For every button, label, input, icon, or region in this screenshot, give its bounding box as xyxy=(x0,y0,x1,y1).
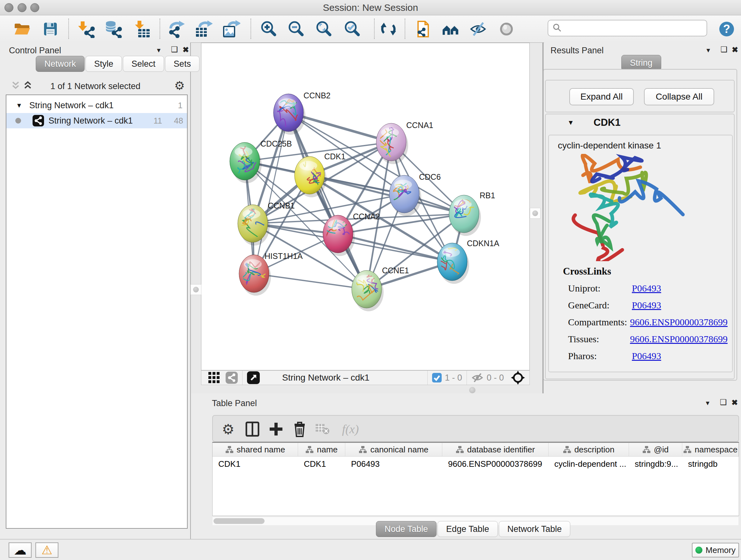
grid-view-icon[interactable] xyxy=(208,372,220,383)
column-header-canonical-name[interactable]: canonical name xyxy=(345,443,442,456)
column-header-shared-name[interactable]: shared name xyxy=(212,443,298,456)
scrollbar-thumb[interactable] xyxy=(213,518,265,524)
tab-sets[interactable]: Sets xyxy=(165,56,199,72)
show-columns-icon[interactable] xyxy=(243,420,262,439)
table-cell[interactable]: CDK1 xyxy=(298,459,345,469)
zoom-out-icon[interactable] xyxy=(286,20,305,38)
share-document-icon[interactable] xyxy=(413,20,432,38)
export-table-icon[interactable] xyxy=(194,20,213,38)
table-cell[interactable]: P06493 xyxy=(345,459,442,469)
column-header-description[interactable]: description xyxy=(549,443,629,456)
tab-network[interactable]: Network xyxy=(36,56,84,72)
maximize-panel-icon[interactable]: ❑ xyxy=(171,45,178,54)
network-node-CCNB2[interactable]: CCNB2 xyxy=(273,91,331,135)
zoom-selected-icon[interactable] xyxy=(343,20,361,38)
network-collection-row[interactable]: ▼ String Network – cdk1 1 xyxy=(6,98,187,113)
network-edge-CCNB2-CCNE1[interactable] xyxy=(288,113,367,289)
table-settings-gear-icon[interactable]: ⚙ xyxy=(219,420,238,439)
network-node-CDK1[interactable]: CDK1 xyxy=(294,152,346,197)
expand-all-button[interactable]: Expand All xyxy=(569,88,634,105)
fit-selected-crosshair-icon[interactable] xyxy=(511,371,525,385)
column-header-name[interactable]: name xyxy=(298,443,345,456)
table-cell[interactable]: cyclin-dependent ... xyxy=(549,459,629,469)
tab-string[interactable]: String xyxy=(621,55,661,71)
column-header-namespace[interactable]: namespace xyxy=(682,443,739,456)
network-node-RB1[interactable]: RB1 xyxy=(449,191,495,236)
maximize-panel-icon[interactable]: ❑ xyxy=(720,397,727,407)
cloud-status-button[interactable]: ☁ xyxy=(9,543,31,558)
tab-network-table[interactable]: Network Table xyxy=(499,521,570,537)
crosslink-link[interactable]: 9606.ENSP00000378699 xyxy=(630,334,728,345)
save-session-icon[interactable] xyxy=(41,20,60,38)
hidden-eye-icon[interactable] xyxy=(471,373,483,383)
network-node-CCNB1[interactable]: CCNB1 xyxy=(230,201,295,246)
section-expander-icon[interactable]: ▼ xyxy=(567,119,574,126)
collapse-all-button[interactable]: Collapse All xyxy=(644,88,714,105)
hide-eye-icon[interactable] xyxy=(469,20,487,38)
network-canvas[interactable]: CCNB2CCNA1CDC25BCDK1CDC6RB1CCNB1CCNA2CDK… xyxy=(201,43,530,370)
tab-select[interactable]: Select xyxy=(123,56,164,72)
search-input[interactable] xyxy=(562,23,706,34)
table-cell[interactable]: CDK1 xyxy=(212,459,298,469)
network-row-selected[interactable]: String Network – cdk1 11 48 xyxy=(6,113,187,128)
column-header--id[interactable]: @id xyxy=(629,443,682,456)
add-column-icon[interactable] xyxy=(266,420,286,439)
maximize-panel-icon[interactable]: ❑ xyxy=(721,45,728,54)
network-node-CDC25B[interactable]: CDC25B xyxy=(230,139,292,183)
import-table-from-file-icon[interactable] xyxy=(133,20,152,38)
network-node-CCNE1[interactable]: CCNE1 xyxy=(352,266,409,311)
tab-node-table[interactable]: Node Table xyxy=(376,521,436,537)
network-type-icon xyxy=(32,115,44,126)
import-network-from-file-icon[interactable] xyxy=(77,20,96,38)
tab-style[interactable]: Style xyxy=(85,56,122,72)
selected-checkbox-icon[interactable] xyxy=(432,373,442,382)
network-node-HIST1H1A[interactable]: HIST1H1A xyxy=(238,252,303,296)
close-panel-icon[interactable]: ✖ xyxy=(183,45,189,55)
crosslink-link[interactable]: P06493 xyxy=(632,300,661,311)
crosslink-link[interactable]: P06493 xyxy=(632,351,661,361)
float-panel-icon[interactable]: ▼ xyxy=(704,398,711,408)
crosslink-link[interactable]: P06493 xyxy=(632,283,661,294)
minimize-window-button[interactable] xyxy=(17,3,26,12)
horizontal-splitter-handle[interactable] xyxy=(469,387,475,393)
close-window-button[interactable] xyxy=(4,3,13,12)
export-network-icon[interactable] xyxy=(166,20,185,38)
help-icon[interactable]: ? xyxy=(718,20,736,38)
expand-collapse-bar: Expand All Collapse All xyxy=(545,80,735,112)
warning-icon: ⚠ xyxy=(42,544,52,557)
tab-edge-table[interactable]: Edge Table xyxy=(437,521,498,537)
close-panel-icon[interactable]: ✖ xyxy=(731,398,738,408)
zoom-in-icon[interactable] xyxy=(259,20,278,38)
open-session-icon[interactable] xyxy=(13,20,31,38)
left-splitter-handle[interactable] xyxy=(191,284,201,295)
delete-column-trash-icon[interactable] xyxy=(290,420,309,439)
network-view-toolbar: String Network – cdk1 1 - 0 0 - 0 xyxy=(201,370,530,385)
table-row[interactable]: CDK1CDK1P064939606.ENSP00000378699cyclin… xyxy=(212,456,739,471)
zoom-fit-icon[interactable] xyxy=(314,20,333,38)
home-icon[interactable] xyxy=(442,20,460,38)
float-panel-icon[interactable]: ▼ xyxy=(156,46,162,55)
import-network-from-database-icon[interactable] xyxy=(104,20,123,38)
table-cell[interactable]: stringdb:9... xyxy=(629,459,682,469)
refresh-layout-icon[interactable] xyxy=(379,20,398,38)
eye-icon[interactable] xyxy=(497,20,516,38)
network-share-view-icon[interactable] xyxy=(226,372,238,384)
table-cell[interactable]: stringdb xyxy=(682,459,739,469)
network-options-gear-icon[interactable]: ⚙ xyxy=(174,79,185,92)
network-edge-CCNB2-HIST1H1A[interactable] xyxy=(254,113,288,273)
memory-button[interactable]: Memory xyxy=(692,543,739,557)
warnings-button[interactable]: ⚠ xyxy=(36,543,58,558)
zoom-window-button[interactable] xyxy=(30,3,39,12)
right-splitter-handle[interactable] xyxy=(530,208,541,219)
close-panel-icon[interactable]: ✖ xyxy=(732,45,738,55)
network-node-CCNA1[interactable]: CCNA1 xyxy=(376,121,433,164)
float-panel-icon[interactable]: ▼ xyxy=(705,46,711,55)
crosslink-link[interactable]: 9606.ENSP00000378699 xyxy=(630,317,728,327)
control-panel: Control Panel ▼ ❑ ✖ NetworkStyleSelectSe… xyxy=(0,43,191,539)
tree-expander-icon[interactable]: ▼ xyxy=(16,102,22,109)
birdseye-view-icon[interactable] xyxy=(247,371,260,384)
column-header-database-identifier[interactable]: database identifier xyxy=(442,443,549,456)
network-node-CDKN1A[interactable]: CDKN1A xyxy=(434,236,499,284)
table-cell[interactable]: 9606.ENSP00000378699 xyxy=(442,459,549,469)
export-image-icon[interactable] xyxy=(222,20,241,38)
